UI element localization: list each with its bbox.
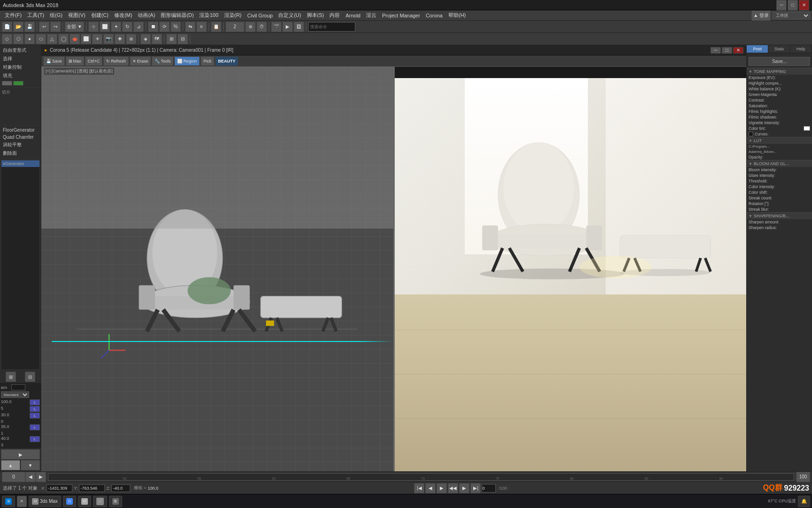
sidebar-floorgenerator[interactable]: FloorGenerator [1, 127, 40, 134]
x-input[interactable] [47, 484, 72, 492]
minimize-button[interactable]: ─ [776, 0, 787, 10]
frame-input[interactable] [482, 484, 496, 492]
menu-view[interactable]: 视图(V) [65, 12, 88, 19]
menu-create[interactable]: 创建(C) [88, 12, 111, 19]
section-tone-mapping[interactable]: ▼ TONE MAPPING [747, 68, 812, 75]
corona-pick-btn[interactable]: Pick [201, 56, 214, 66]
corona-refresh-btn[interactable]: ↻ Refresh [103, 56, 129, 66]
nav-up-btn[interactable]: ▲ [1, 460, 20, 470]
viewport-right[interactable] [395, 67, 747, 471]
tb2-teapot[interactable]: 🫖 [70, 34, 80, 44]
menu-render[interactable]: 渲染(R) [221, 12, 244, 19]
tb-snap-toggle[interactable]: 🔲 [148, 22, 158, 32]
spinner-input-1[interactable] [11, 384, 25, 390]
corona-save-btn[interactable]: 💾 Save [43, 56, 65, 66]
maximize-button[interactable]: □ [788, 0, 798, 10]
timeline-range-btn[interactable]: 0 [2, 472, 25, 482]
tb2-plane[interactable]: ⬜ [81, 34, 91, 44]
menu-help[interactable]: 帮助(H) [445, 12, 468, 19]
pb-play-back[interactable]: ◀◀ [448, 483, 458, 493]
corona-erase-btn[interactable]: ✕ Erase [130, 56, 151, 66]
sidebar-quad-chamfer[interactable]: Quad Chamfer [1, 134, 40, 141]
corona-tools-btn[interactable]: 🔧 Tools [152, 56, 173, 66]
menu-modify[interactable]: 修改(M) [111, 12, 135, 19]
taskbar-3dsmax2[interactable]: M [78, 496, 91, 507]
tb-scale[interactable]: ⊿ [133, 22, 144, 32]
corona-max-btn[interactable]: ⊠ Max [66, 56, 84, 66]
tb2-box[interactable]: ⬡ [13, 34, 23, 44]
tb-move[interactable]: ✦ [111, 22, 121, 32]
sidebar-panel-icon2[interactable]: ⊟ [25, 372, 35, 382]
nav-down-btn[interactable]: ▼ [21, 460, 40, 470]
z-input[interactable] [111, 484, 130, 492]
rp-save-button[interactable]: Save... [749, 57, 810, 66]
tab-stats[interactable]: Stats [768, 45, 790, 53]
menu-content[interactable]: 内容 [327, 12, 343, 19]
mode-object-control-btn[interactable]: 对象控制 [1, 63, 40, 71]
mode-fill-btn[interactable]: 填充 [1, 71, 40, 80]
corona-region-btn[interactable]: ⬜ Region [174, 56, 200, 66]
menu-render100[interactable]: 渲染100 [196, 12, 221, 19]
timeline-track[interactable]: 50 55 60 65 70 75 80 85 90 [48, 473, 794, 481]
sv-btn-3[interactable]: L [30, 413, 40, 419]
tb-snap-percent[interactable]: % [171, 22, 181, 32]
search-input[interactable] [308, 22, 355, 32]
timeline-end-btn[interactable]: 100 [796, 472, 810, 482]
color-tint-swatch[interactable] [804, 126, 810, 131]
tb-redo[interactable]: ↪ [50, 22, 61, 32]
tb-save[interactable]: 💾 [24, 22, 35, 32]
tb-select[interactable]: ⊹ [88, 22, 99, 32]
tb-render[interactable]: ▶ [282, 22, 293, 32]
taskbar-notification[interactable]: 🔔 [798, 496, 810, 507]
menu-group[interactable]: 组(G) [47, 12, 65, 19]
taskbar-item-extra1[interactable]: □ [93, 496, 107, 507]
tb2-helper[interactable]: ✚ [115, 34, 125, 44]
corona-close-btn[interactable]: ✕ [733, 47, 743, 54]
sidebar-turbosmooth[interactable]: 涡轮平整 [1, 141, 40, 149]
tb2-cone[interactable]: △ [47, 34, 57, 44]
tb2-shapes[interactable]: ◇ [2, 34, 12, 44]
menu-civil[interactable]: Civil Group [244, 13, 275, 18]
tb-keys[interactable]: ⊛ [245, 22, 256, 32]
mode-select-btn[interactable]: 选择 [1, 55, 40, 63]
tb2-material[interactable]: ◈ [141, 34, 151, 44]
menu-graph-editor[interactable]: 图形编辑器(D) [158, 12, 196, 19]
section-bloom[interactable]: ▼ BLOOM AND GL... [747, 160, 812, 167]
menu-animate[interactable]: 动画(A) [135, 12, 158, 19]
tb2-torus[interactable]: ◯ [58, 34, 69, 44]
tb-select-filter[interactable]: 全部 ▼ [65, 22, 84, 32]
color-swatch-dark[interactable] [2, 81, 12, 86]
tb-time-cfg[interactable]: ⏱ [257, 22, 267, 32]
corona-beauty-btn[interactable]: BEAUTY [215, 56, 238, 66]
pb-play[interactable]: ▶ [437, 483, 447, 493]
section-lut[interactable]: ▼ LUT [747, 137, 812, 144]
tb-select-region[interactable]: ⬜ [100, 22, 110, 32]
menu-arnold[interactable]: Arnold [343, 13, 363, 18]
curves-checkbox[interactable] [749, 132, 753, 136]
mode-freeform-btn[interactable]: 自由变形式 [1, 46, 40, 55]
menu-tools[interactable]: 工具(T) [24, 12, 47, 19]
taskbar-3dsmax[interactable]: M 3ds Max [29, 496, 61, 507]
pb-goto-end[interactable]: ▶| [470, 483, 481, 493]
tb-rotate[interactable]: ↻ [122, 22, 133, 32]
sv-btn-5[interactable]: L [30, 436, 40, 442]
spinner-select[interactable]: Standard [1, 391, 29, 398]
tb2-ungroup[interactable]: ⊟ [178, 34, 188, 44]
color-swatch-green[interactable] [13, 81, 23, 86]
pb-prev-key[interactable]: ◀ [425, 483, 436, 493]
taskbar-close-btn[interactable]: ✕ [17, 496, 27, 507]
tb-new[interactable]: 📄 [2, 22, 12, 32]
taskbar-chrome[interactable]: G [63, 496, 76, 507]
section-sharpening[interactable]: ▼ SHARPENING/B... [747, 212, 812, 219]
close-button[interactable]: ✕ [799, 0, 809, 10]
corona-ctrlc-btn[interactable]: Ctrl+C [85, 56, 103, 66]
tab-help[interactable]: Help [790, 45, 812, 53]
corona-minimize-btn[interactable]: ─ [710, 47, 721, 54]
tb-snap-angle[interactable]: ⟳ [159, 22, 170, 32]
tb2-sphere[interactable]: ● [24, 34, 35, 44]
workspace-dropdown[interactable]: 工作区 [773, 12, 810, 19]
taskbar-item-extra2[interactable]: ⊞ [109, 496, 122, 507]
sv-btn-4[interactable]: L [30, 424, 40, 430]
tb-undo[interactable]: ↩ [39, 22, 49, 32]
tab-post[interactable]: Post [747, 45, 768, 53]
